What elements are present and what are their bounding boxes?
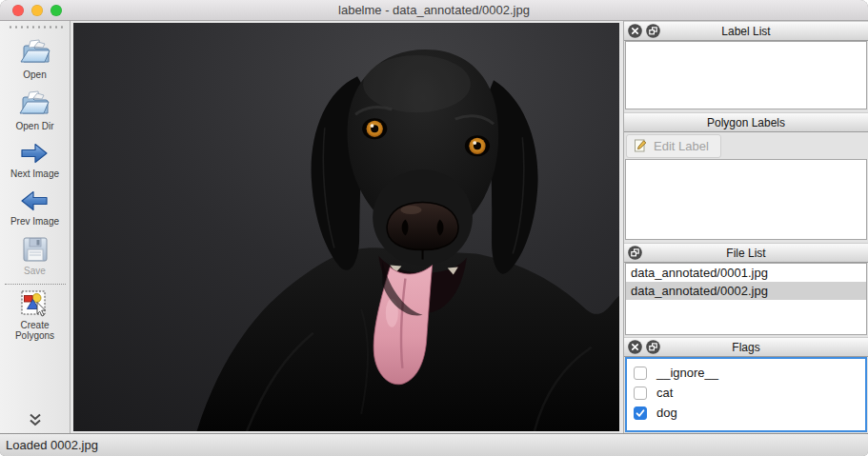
float-panel-icon[interactable] [628,246,642,260]
toolbar-overflow-button[interactable] [28,413,43,426]
flag-item[interactable]: dog [627,403,865,423]
file-list-item[interactable]: data_annotated/0002.jpg [626,282,866,300]
open-folder-icon [19,38,51,67]
polygons-icon [21,290,50,317]
status-message: Loaded 0002.jpg [6,438,98,452]
edit-label-button-text: Edit Label [654,139,709,153]
open-folder-icon [18,89,50,118]
panel-title: Polygon Labels [624,116,868,129]
next-image-button[interactable]: Next Image [10,141,59,179]
annotation-canvas-dog-image[interactable] [73,23,619,431]
title-bar[interactable]: labelme - data_annotated/0002.jpg [0,0,868,21]
file-list-header[interactable]: File List [624,243,868,263]
close-window-button[interactable] [12,5,24,16]
toolbar-separator [5,284,66,285]
open-button[interactable]: Open [19,38,51,80]
polygon-labels-toolbar: Edit Label [624,132,868,159]
flag-label: cat [656,386,673,400]
edit-label-button[interactable]: Edit Label [626,134,721,158]
flag-label: dog [656,406,677,420]
toolbar-item-label: Prev Image [10,216,59,227]
canvas-area [71,21,623,433]
panel-title: Flags [624,341,868,354]
close-panel-icon[interactable] [628,24,642,38]
panel-title: Label List [624,25,868,38]
arrow-right-icon [19,141,50,166]
flag-checkbox[interactable] [634,367,647,380]
arrow-left-icon [19,188,50,213]
toolbar-item-label: Create Polygons [4,320,67,341]
polygon-labels-header[interactable]: Polygon Labels [624,112,868,132]
file-list-item[interactable]: data_annotated/0001.jpg [626,264,866,282]
save-button[interactable]: Save [20,236,50,276]
zoom-window-button[interactable] [50,5,62,16]
flag-checkbox[interactable] [634,406,647,420]
create-polygons-button[interactable]: Create Polygons [4,290,67,341]
polygon-labels-list[interactable] [625,159,867,240]
flag-item[interactable]: __ignore__ [627,363,865,383]
tool-bar: Open Open Dir Next Image [0,21,71,433]
edit-pencil-icon [633,138,648,153]
flag-item[interactable]: cat [627,383,865,403]
dock-panels: Label List Polygon Labels Edit Label [623,21,868,433]
float-panel-icon[interactable] [646,340,660,354]
status-bar: Loaded 0002.jpg [0,433,868,456]
toolbar-item-label: Next Image [10,169,59,179]
flags-header[interactable]: Flags [624,337,868,357]
labelme-window: labelme - data_annotated/0002.jpg Open [0,0,868,456]
toolbar-item-label: Open Dir [15,121,53,131]
close-panel-icon[interactable] [628,340,642,354]
toolbar-item-label: Save [24,266,46,276]
flags-list[interactable]: __ignore__catdog [625,357,867,432]
label-list[interactable] [625,41,867,109]
file-list[interactable]: data_annotated/0001.jpgdata_annotated/00… [625,263,867,335]
label-list-header[interactable]: Label List [624,21,868,41]
flag-checkbox[interactable] [634,387,647,400]
toolbar-item-label: Open [23,69,46,80]
minimize-window-button[interactable] [31,5,43,16]
float-panel-icon[interactable] [646,24,660,38]
window-title: labelme - data_annotated/0002.jpg [0,0,868,20]
traffic-lights [12,5,62,16]
check-icon [635,407,646,419]
flag-label: __ignore__ [656,366,718,380]
floppy-disk-icon [20,236,50,263]
toolbar-drag-handle[interactable] [8,26,63,29]
panel-title: File List [624,247,868,260]
double-chevron-down-icon [28,413,43,426]
open-dir-button[interactable]: Open Dir [15,89,53,131]
prev-image-button[interactable]: Prev Image [10,188,59,227]
